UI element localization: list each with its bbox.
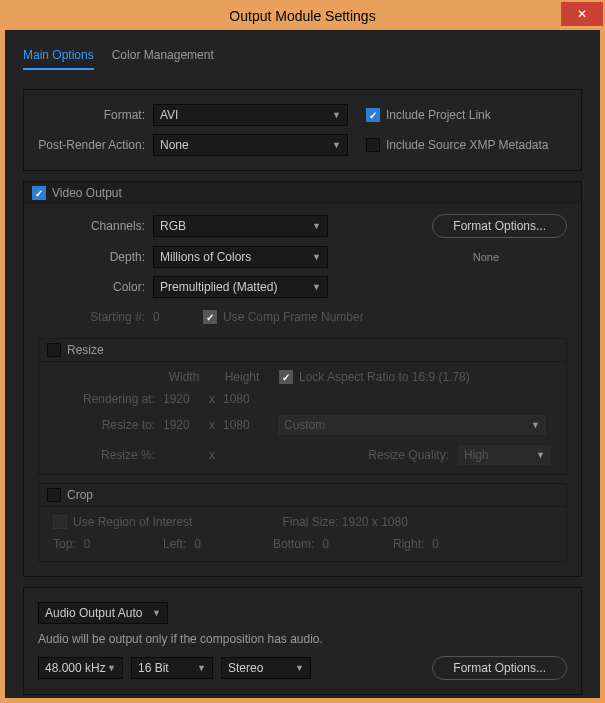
crop-top-label: Top: — [53, 537, 76, 551]
crop-section: Crop Use Region of Interest Final Size: … — [38, 483, 567, 562]
starting-number-value: 0 — [153, 310, 203, 324]
color-value: Premultiplied (Matted) — [160, 280, 277, 294]
include-xmp-checkbox[interactable] — [366, 138, 380, 152]
lock-aspect-checkbox — [279, 370, 293, 384]
resize-height: 1080 — [223, 418, 261, 432]
format-value: AVI — [160, 108, 178, 122]
chevron-down-icon: ▼ — [107, 663, 116, 673]
width-header: Width — [163, 370, 205, 384]
depth-value: Millions of Colors — [160, 250, 251, 264]
post-render-value: None — [160, 138, 189, 152]
rendering-at-label: Rendering at: — [53, 392, 163, 406]
resize-width: 1920 — [163, 418, 201, 432]
crop-right-value: 0 — [432, 537, 439, 551]
audio-depth-select[interactable]: 16 Bit ▼ — [131, 657, 213, 679]
resize-section: Resize Width Height Lock Aspect Ratio to… — [38, 338, 567, 475]
audio-description: Audio will be output only if the composi… — [38, 632, 567, 646]
video-output-panel: Video Output Channels: RGB ▼ Format Opti… — [23, 181, 582, 577]
chevron-down-icon: ▼ — [531, 420, 540, 430]
chevron-down-icon: ▼ — [295, 663, 304, 673]
final-size-value: 1920 x 1080 — [342, 515, 408, 529]
video-output-label[interactable]: Video Output — [52, 186, 122, 200]
crop-right-label: Right: — [393, 537, 424, 551]
crop-checkbox[interactable] — [47, 488, 61, 502]
audio-mode-select[interactable]: Audio Output Auto ▼ — [38, 602, 168, 624]
use-comp-frame-checkbox — [203, 310, 217, 324]
channels-select[interactable]: RGB ▼ — [153, 215, 328, 237]
use-roi-checkbox — [53, 515, 67, 529]
format-panel: Format: AVI ▼ Include Project Link Post-… — [23, 89, 582, 171]
chevron-down-icon: ▼ — [332, 110, 341, 120]
crop-left-label: Left: — [163, 537, 186, 551]
audio-panel: Audio Output Auto ▼ Audio will be output… — [23, 587, 582, 695]
crop-bottom-label: Bottom: — [273, 537, 314, 551]
lock-aspect-label: Lock Aspect Ratio to 16:9 (1.78) — [299, 370, 470, 384]
chevron-down-icon: ▼ — [536, 450, 545, 460]
post-render-select[interactable]: None ▼ — [153, 134, 348, 156]
tabs: Main Options Color Management — [23, 48, 582, 71]
channels-label: Channels: — [38, 219, 153, 233]
resize-pct-label: Resize %: — [53, 448, 163, 462]
color-label: Color: — [38, 280, 153, 294]
crop-left-value: 0 — [194, 537, 201, 551]
final-size-label: Final Size: — [282, 515, 338, 529]
crop-bottom-value: 0 — [322, 537, 329, 551]
chevron-down-icon: ▼ — [312, 221, 321, 231]
resize-quality-label: Resize Quality: — [368, 448, 449, 462]
channels-value: RGB — [160, 219, 186, 233]
audio-channels-select[interactable]: Stereo ▼ — [221, 657, 311, 679]
audio-rate-select[interactable]: 48.000 kHz ▼ — [38, 657, 123, 679]
chevron-down-icon: ▼ — [312, 252, 321, 262]
audio-format-options-button[interactable]: Format Options... — [432, 656, 567, 680]
crop-label[interactable]: Crop — [67, 488, 93, 502]
depth-label: Depth: — [38, 250, 153, 264]
titlebar: Output Module Settings ✕ — [2, 2, 603, 30]
use-comp-frame-label: Use Comp Frame Number — [223, 310, 364, 324]
depth-select[interactable]: Millions of Colors ▼ — [153, 246, 328, 268]
resize-quality-select: High ▼ — [457, 444, 552, 466]
format-select[interactable]: AVI ▼ — [153, 104, 348, 126]
video-output-checkbox[interactable] — [32, 186, 46, 200]
chevron-down-icon: ▼ — [332, 140, 341, 150]
codec-none-text: None — [473, 251, 499, 263]
height-header: Height — [221, 370, 263, 384]
resize-to-label: Resize to: — [53, 418, 163, 432]
format-label: Format: — [38, 108, 153, 122]
window-title: Output Module Settings — [229, 8, 375, 24]
tab-color-management[interactable]: Color Management — [112, 48, 214, 70]
video-format-options-button[interactable]: Format Options... — [432, 214, 567, 238]
use-roi-label: Use Region of Interest — [73, 515, 192, 529]
chevron-down-icon: ▼ — [312, 282, 321, 292]
close-icon: ✕ — [577, 7, 587, 21]
post-render-label: Post-Render Action: — [38, 138, 153, 152]
tab-main-options[interactable]: Main Options — [23, 48, 94, 70]
resize-preset-select: Custom ▼ — [277, 414, 547, 436]
resize-label[interactable]: Resize — [67, 343, 104, 357]
chevron-down-icon: ▼ — [152, 608, 161, 618]
resize-checkbox[interactable] — [47, 343, 61, 357]
chevron-down-icon: ▼ — [197, 663, 206, 673]
rendering-height: 1080 — [223, 392, 261, 406]
rendering-width: 1920 — [163, 392, 201, 406]
include-project-link-label[interactable]: Include Project Link — [386, 108, 491, 122]
include-project-link-checkbox[interactable] — [366, 108, 380, 122]
starting-number-label: Starting #: — [38, 310, 153, 324]
include-xmp-label[interactable]: Include Source XMP Metadata — [386, 138, 549, 152]
close-button[interactable]: ✕ — [561, 2, 603, 26]
color-select[interactable]: Premultiplied (Matted) ▼ — [153, 276, 328, 298]
crop-top-value: 0 — [84, 537, 91, 551]
